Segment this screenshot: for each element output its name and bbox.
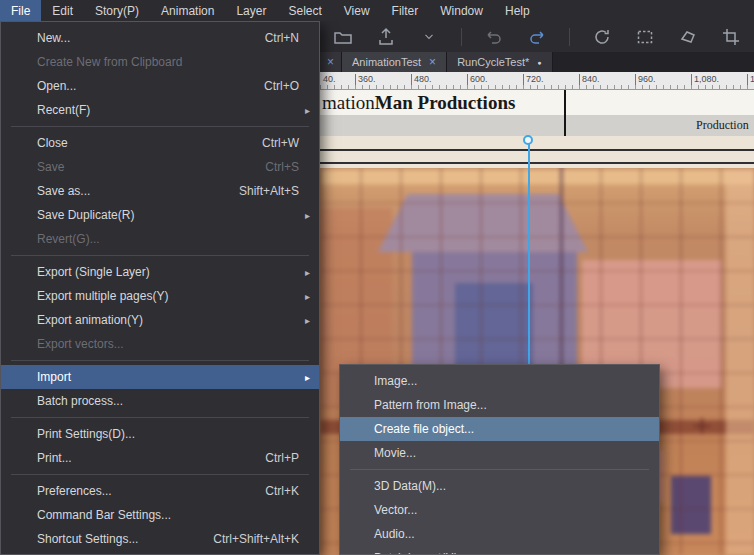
menubar-item-view[interactable]: View [333,0,381,21]
menu-item-label: Audio... [374,527,415,541]
polygon-select-icon[interactable] [677,26,699,48]
menu-item-export-vectors[interactable]: Export vectors... [1,332,319,356]
tab-animationtest[interactable]: AnimationTest × [342,52,447,72]
menu-item-label: Batch import(U)... [374,551,468,555]
submenu-item-vector[interactable]: Vector... [340,498,659,522]
menu-separator [11,474,309,475]
menu-item-shortcut: Ctrl+S [265,160,307,174]
menu-item-import[interactable]: Import ▸ [1,365,319,389]
marquee-select-icon[interactable] [634,26,656,48]
artwork-subtitle-band: Production [320,115,754,136]
menu-item-preferences[interactable]: Preferences... Ctrl+K [1,479,319,503]
clipped-tab[interactable]: × [320,52,342,72]
artwork-right-label: Production [696,118,749,133]
menubar-item-layer[interactable]: Layer [225,0,277,21]
menubar-item-help[interactable]: Help [494,0,541,21]
refresh-icon[interactable] [591,26,613,48]
submenu-item-pattern-from-image[interactable]: Pattern from Image... [340,393,659,417]
menu-item-label: Vector... [374,503,417,517]
submenu-item-audio[interactable]: Audio... [340,522,659,546]
menubar-item-story[interactable]: Story(P) [84,0,150,21]
menubar-item-file[interactable]: File [0,0,41,21]
menu-separator [350,469,649,470]
menu-item-label: Export animation(Y) [37,313,143,327]
menu-item-shortcut-settings[interactable]: Shortcut Settings... Ctrl+Shift+Alt+K [1,527,319,551]
export-icon[interactable] [375,26,397,48]
menu-item-print[interactable]: Print... Ctrl+P [1,446,319,470]
horizontal-ruler[interactable]: 40. 360. 480. 600. 720. 840. 960. 1,080.… [320,72,754,90]
menu-item-batch-process[interactable]: Batch process... [1,389,319,413]
submenu-arrow-icon: ▸ [305,291,310,302]
chevron-down-icon[interactable] [418,26,440,48]
close-icon[interactable]: × [429,56,436,68]
menu-item-label: Print... [37,451,72,465]
open-folder-icon[interactable] [332,26,354,48]
menu-item-close[interactable]: Close Ctrl+W [1,131,319,155]
submenu-arrow-icon: ▸ [305,210,310,221]
ruler-label: 720. [523,74,544,89]
menu-separator [11,126,309,127]
menu-item-label: Preferences... [37,484,112,498]
submenu-arrow-icon: ▸ [305,372,310,383]
menu-separator [11,255,309,256]
close-icon[interactable]: × [327,56,334,68]
toolbar-divider [569,28,570,46]
submenu-item-image[interactable]: Image... [340,369,659,393]
menubar-item-select[interactable]: Select [277,0,332,21]
menu-item-save-duplicate[interactable]: Save Duplicate(R) ▸ [1,203,319,227]
menu-item-shortcut: Ctrl+P [265,451,307,465]
import-submenu: Image... Pattern from Image... Create fi… [339,364,660,555]
ruler-label: 1,080. [691,74,719,89]
menubar-item-animation[interactable]: Animation [150,0,225,21]
artwork-title: mationMan Productions [322,92,515,114]
menu-item-create-new-from-clipboard[interactable]: Create New from Clipboard [1,50,319,74]
menu-item-shortcut: Ctrl+N [265,31,307,45]
tab-label: RunCycleTest* [457,56,529,68]
submenu-item-movie[interactable]: Movie... [340,441,659,465]
menu-item-save[interactable]: Save Ctrl+S [1,155,319,179]
toolbar-divider [461,28,462,46]
menu-item-modifier-key-settings[interactable]: Modifier Key Settings... Ctrl+Shift+Alt+… [1,551,319,555]
submenu-arrow-icon: ▸ [305,267,310,278]
menu-item-command-bar-settings[interactable]: Command Bar Settings... [1,503,319,527]
artwork-title-band: mationMan Productions [320,90,754,115]
menu-item-label: Image... [374,374,417,388]
menu-item-label: Create file object... [374,422,474,436]
menu-item-revert[interactable]: Revert(G)... [1,227,319,251]
menu-item-label: Shortcut Settings... [37,532,138,546]
redo-icon[interactable] [526,26,548,48]
artwork-title-part1: mation [322,92,375,113]
artwork-title-part2: Man Productions [375,92,516,113]
menu-item-recent[interactable]: Recent(F) ▸ [1,98,319,122]
menubar-item-window[interactable]: Window [429,0,494,21]
menu-item-label: Recent(F) [37,103,90,117]
menu-item-shortcut: Ctrl+Shift+Alt+K [213,532,307,546]
menu-item-print-settings[interactable]: Print Settings(D)... [1,422,319,446]
tab-runcycletest[interactable]: RunCycleTest* ● [447,52,552,72]
menu-item-export-single-layer[interactable]: Export (Single Layer) ▸ [1,260,319,284]
menu-item-new[interactable]: New... Ctrl+N [1,26,319,50]
menubar-item-filter[interactable]: Filter [381,0,430,21]
menu-item-export-animation[interactable]: Export animation(Y) ▸ [1,308,319,332]
menu-bar: File Edit Story(P) Animation Layer Selec… [0,0,754,21]
menu-item-save-as[interactable]: Save as... Shift+Alt+S [1,179,319,203]
menu-item-label: Export (Single Layer) [37,265,150,279]
file-menu: New... Ctrl+N Create New from Clipboard … [0,21,320,555]
submenu-arrow-icon: ▸ [305,105,310,116]
menu-item-export-multiple-pages[interactable]: Export multiple pages(Y) ▸ [1,284,319,308]
ruler-label: 840. [579,74,600,89]
menu-item-label: New... [37,31,70,45]
menu-item-label: Revert(G)... [37,232,100,246]
menu-item-open[interactable]: Open... Ctrl+O [1,74,319,98]
menubar-item-edit[interactable]: Edit [41,0,84,21]
menu-item-shortcut: Ctrl+K [265,484,307,498]
menu-item-label: Print Settings(D)... [37,427,135,441]
menu-item-label: Export vectors... [37,337,124,351]
undo-icon[interactable] [483,26,505,48]
guide-handle[interactable] [523,135,533,145]
crop-icon[interactable] [720,26,742,48]
menu-item-label: Create New from Clipboard [37,55,182,69]
submenu-item-batch-import[interactable]: Batch import(U)... [340,546,659,555]
submenu-item-3d-data[interactable]: 3D Data(M)... [340,474,659,498]
submenu-item-create-file-object[interactable]: Create file object... [340,417,659,441]
